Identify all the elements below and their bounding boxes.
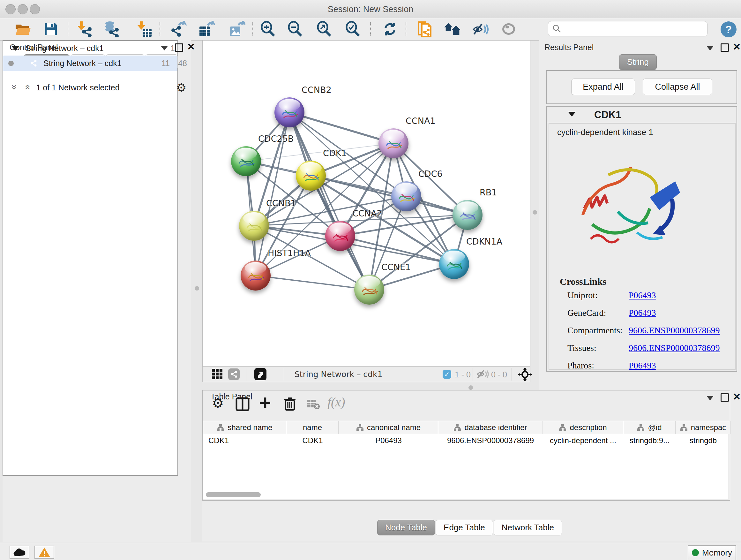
zoom-selected-icon[interactable]	[345, 21, 361, 37]
fit-content-crosshair-icon[interactable]	[518, 368, 532, 383]
edge-cdk1-rb1[interactable]	[311, 176, 468, 215]
selected-checkbox-icon[interactable]: ✓	[443, 370, 451, 379]
table-cell[interactable]: 9606.ENSP00000378699	[439, 434, 542, 447]
table-cell[interactable]: stringdb	[676, 434, 731, 447]
memory-button[interactable]: Memory	[688, 545, 736, 560]
export-image-icon[interactable]	[229, 21, 246, 37]
table-cell[interactable]: stringdb:9...	[623, 434, 676, 447]
close-panel-icon[interactable]: ✕	[733, 393, 741, 400]
search-input[interactable]	[562, 24, 697, 34]
import-network-file-icon[interactable]	[76, 21, 92, 37]
table-cell[interactable]: CDK1	[286, 434, 339, 447]
import-network-database-icon[interactable]	[103, 21, 119, 37]
graph-node-CDC25B[interactable]	[231, 146, 261, 176]
graph-node-HIST1H1A[interactable]	[241, 260, 271, 291]
graph-node-CCNB1[interactable]	[239, 211, 269, 241]
export-table-icon[interactable]	[198, 21, 215, 37]
column-header-canonical-name[interactable]: canonical name	[339, 421, 438, 434]
entry-caret-icon[interactable]	[568, 112, 576, 117]
network-collection-row[interactable]: String Network – cdk1 1	[3, 41, 178, 56]
graph-node-CDC6[interactable]	[391, 181, 421, 211]
vertical-splitter-handle[interactable]	[195, 286, 199, 291]
column-header-name[interactable]: name	[286, 421, 339, 434]
column-header-shared-name[interactable]: shared name	[203, 421, 286, 434]
crosslink-label: Uniprot:	[567, 290, 598, 300]
export-network-icon[interactable]	[170, 21, 187, 37]
graph-node-CCNB2[interactable]	[274, 98, 305, 127]
table-panel: Table Panel ✕ ⚙ + f(x) shared namenameca…	[202, 390, 741, 542]
close-panel-icon[interactable]: ✕	[187, 44, 195, 51]
graph-node-CDK1[interactable]	[296, 161, 326, 191]
string-icon-gray[interactable]	[228, 368, 240, 380]
graph-node-RB1[interactable]	[453, 200, 482, 230]
open-session-icon[interactable]	[15, 21, 31, 37]
crosslink-link[interactable]: P06493	[629, 308, 656, 318]
warnings-button[interactable]	[35, 546, 54, 559]
results-tab-string[interactable]: String	[619, 54, 657, 70]
tree-caret-icon[interactable]	[11, 46, 19, 51]
node-gloss	[243, 212, 265, 225]
application-window: Session: New Session	[0, 0, 741, 560]
tab-node-table[interactable]: Node Table	[377, 520, 435, 536]
homes-icon[interactable]	[444, 21, 461, 37]
node-table[interactable]: shared namenamecanonical namedatabase id…	[203, 421, 729, 499]
table-gear-icon[interactable]: ⚙	[212, 395, 224, 411]
clone-network-icon[interactable]	[417, 21, 434, 37]
search-box[interactable]	[548, 21, 708, 37]
horizontal-splitter-handle[interactable]	[468, 385, 473, 390]
network-canvas[interactable]: CCNB2CCNA1CDC25BCDK1CDC6RB1CCNB1CCNA2CDK…	[202, 40, 530, 366]
crosslink-link[interactable]: P06493	[629, 290, 656, 300]
close-panel-icon[interactable]: ✕	[733, 44, 741, 51]
graph-node-CCNA2[interactable]	[325, 221, 355, 251]
hidden-eye-slash-icon[interactable]	[476, 369, 489, 381]
gear-icon[interactable]: ⚙	[176, 81, 186, 95]
float-panel-icon[interactable]	[721, 44, 729, 52]
edge-ccnb2-ccna1[interactable]	[289, 112, 394, 143]
collapse-all-button[interactable]: Collapse All	[643, 78, 712, 95]
column-header-database-identifier[interactable]: database identifier	[439, 421, 542, 434]
crosslink-link[interactable]: 9606.ENSP00000378699	[629, 325, 720, 335]
table-cell[interactable]: CDK1	[203, 434, 286, 447]
import-table-file-icon[interactable]	[137, 21, 153, 37]
eye-slash-icon[interactable]	[472, 21, 489, 37]
edge-hist1h1a-ccne1[interactable]	[256, 275, 369, 290]
eye-icon[interactable]	[500, 21, 517, 37]
help-button[interactable]: ?	[721, 21, 737, 37]
cloud-button[interactable]	[10, 546, 29, 559]
refresh-layout-icon[interactable]	[382, 21, 398, 37]
crosslink-link[interactable]: P06493	[629, 361, 656, 371]
crosslink-label: Tissues:	[567, 343, 596, 353]
graph-node-CCNE1[interactable]	[354, 274, 384, 305]
tab-network-table[interactable]: Network Table	[494, 520, 562, 536]
zoom-in-icon[interactable]	[260, 21, 276, 37]
expand-all-button[interactable]: Expand All	[571, 78, 635, 95]
save-session-icon[interactable]	[43, 21, 59, 37]
open-in-window-icon[interactable]	[254, 368, 266, 380]
vertical-splitter-handle[interactable]	[533, 210, 537, 214]
grid-overview-icon[interactable]	[212, 368, 223, 381]
add-column-icon[interactable]: +	[259, 391, 271, 415]
function-builder-icon[interactable]: f(x)	[327, 395, 345, 410]
column-header-namespac[interactable]: namespac	[676, 421, 731, 434]
collapse-panel-icon[interactable]	[706, 396, 714, 400]
delete-table-icon[interactable]	[307, 399, 320, 411]
column-header-@id[interactable]: @id	[623, 421, 676, 434]
edge-ccnb2-ccne1[interactable]	[289, 112, 369, 290]
delete-column-trash-icon[interactable]	[283, 396, 297, 413]
table-cell[interactable]: P06493	[339, 434, 438, 447]
collapse-panel-icon[interactable]	[706, 46, 714, 51]
zoom-out-icon[interactable]	[287, 21, 304, 37]
network-row-selected[interactable]: String Network – cdk1 11 48	[3, 56, 178, 71]
float-panel-icon[interactable]	[721, 393, 729, 401]
table-cell[interactable]: cyclin-dependent ...	[543, 434, 623, 447]
horizontal-scrollbar-thumb[interactable]	[206, 492, 261, 497]
graph-node-CDKN1A[interactable]	[439, 249, 469, 279]
tree-column-icon	[680, 424, 688, 431]
crosslink-link[interactable]: 9606.ENSP00000378699	[629, 343, 720, 353]
tab-edge-table[interactable]: Edge Table	[435, 520, 493, 536]
entry-header[interactable]: CDK1	[547, 107, 737, 122]
column-header-description[interactable]: description	[543, 421, 623, 434]
columns-icon[interactable]	[235, 397, 250, 413]
graph-node-CCNA1[interactable]	[379, 128, 408, 159]
zoom-fit-icon[interactable]	[316, 21, 333, 37]
